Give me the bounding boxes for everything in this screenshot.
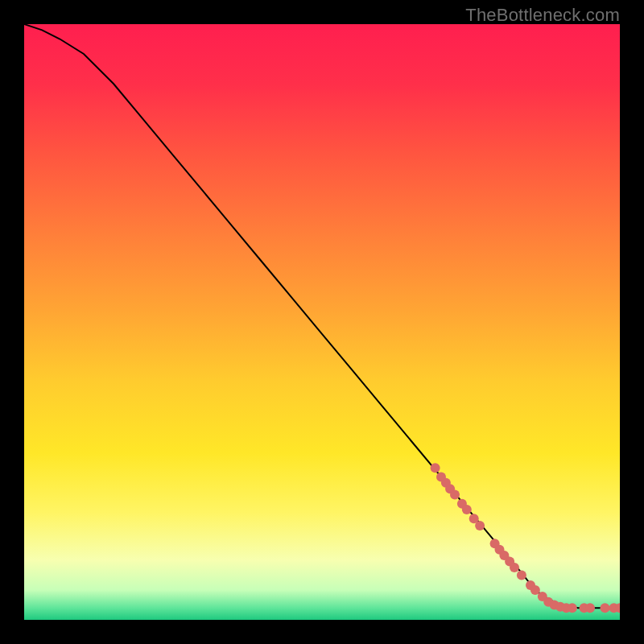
watermark-text: TheBottleneck.com [465,5,620,26]
marker-point [475,521,485,530]
marker-point [530,585,540,595]
marker-point [431,463,440,473]
chart-frame [24,24,620,620]
chart-plot [24,24,620,620]
marker-point [585,603,595,613]
chart-background [24,24,620,620]
marker-point [510,563,519,572]
marker-point [517,571,526,580]
marker-point [450,490,460,500]
marker-point [462,505,472,514]
marker-point [601,603,610,613]
marker-point [568,603,577,613]
